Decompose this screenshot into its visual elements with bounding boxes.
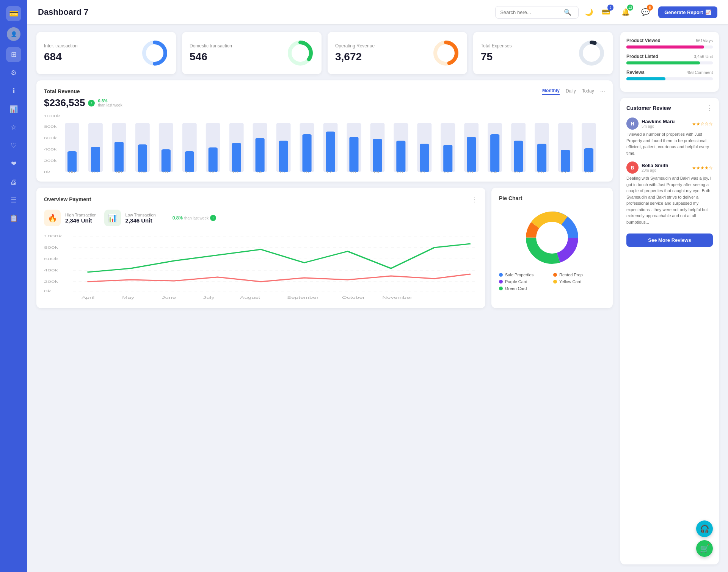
svg-text:11: 11: [185, 170, 191, 174]
high-transaction-stat: 🔥 High Transaction 2,346 Unit: [44, 210, 97, 226]
svg-text:1000k: 1000k: [44, 234, 62, 238]
reviewer-avatar-1: B: [626, 161, 639, 174]
svg-text:12: 12: [209, 170, 215, 174]
payment-more-icon[interactable]: ⋮: [471, 195, 478, 204]
legend-purple-card: Purple Card: [499, 279, 551, 284]
stat-value-1: 546: [190, 51, 232, 63]
tab-monthly[interactable]: Monthly: [542, 88, 560, 95]
sidebar-item-dashboard[interactable]: ⊞: [6, 47, 21, 62]
revenue-value: $236,535: [44, 97, 85, 109]
theme-toggle[interactable]: 🌙: [585, 8, 593, 16]
bell-icon-btn[interactable]: 🔔 12: [619, 5, 632, 19]
metric-value-0: 561/days: [696, 38, 713, 43]
svg-text:600k: 600k: [44, 136, 57, 140]
svg-text:November: November: [382, 296, 413, 299]
svg-rect-29: [232, 143, 241, 172]
review-item-1: B Bella Smith 20m ago ★★★★☆ Dealing with…: [626, 161, 713, 225]
see-more-reviews-button[interactable]: See More Reviews: [626, 234, 713, 247]
content-right: Product Viewed 561/days Product Listed 3…: [620, 32, 719, 564]
support-float-button[interactable]: 🎧: [696, 520, 713, 537]
low-transaction-label: Low Transaction: [126, 213, 156, 217]
pie-title: Pie Chart: [499, 195, 522, 201]
revenue-more-icon[interactable]: ···: [600, 88, 605, 95]
svg-text:25: 25: [514, 170, 520, 174]
sidebar-item-doc[interactable]: 📋: [6, 211, 21, 226]
svg-rect-23: [162, 149, 171, 172]
svg-text:14: 14: [256, 170, 262, 174]
sidebar-item-chart[interactable]: 📊: [6, 102, 21, 117]
bottom-row: Overview Payment ⋮ 🔥 High Transaction 2,…: [36, 188, 613, 308]
header: Dashboard 7 🔍 🌙 💳 2 🔔 12 💬 5 Generate Re…: [27, 0, 728, 24]
sidebar-item-star[interactable]: ☆: [6, 120, 21, 135]
metric-product-viewed: Product Viewed 561/days: [626, 38, 713, 49]
tab-daily[interactable]: Daily: [566, 88, 576, 94]
wallet-badge: 2: [607, 5, 613, 11]
stat-value-0: 684: [44, 51, 78, 63]
high-transaction-value: 2,346 Unit: [65, 217, 97, 224]
header-icons: 🌙 💳 2 🔔 12 💬 5 Generate Report 📈: [585, 5, 717, 19]
svg-text:07: 07: [92, 170, 99, 174]
svg-text:September: September: [287, 296, 319, 299]
svg-rect-35: [302, 134, 311, 172]
sidebar-item-heart[interactable]: ♡: [6, 138, 21, 153]
sidebar-item-list[interactable]: ☰: [6, 193, 21, 208]
svg-text:23: 23: [467, 170, 473, 174]
svg-rect-39: [349, 137, 358, 172]
svg-text:October: October: [342, 296, 366, 299]
chat-icon-btn[interactable]: 💬 5: [639, 5, 652, 19]
svg-rect-59: [584, 148, 593, 172]
sidebar-item-settings[interactable]: ⚙: [6, 65, 21, 80]
svg-text:400k: 400k: [44, 147, 57, 151]
revenue-panel: Total Revenue Monthly Daily Today ··· $2…: [36, 80, 613, 182]
trend-up-icon: ↑: [210, 215, 216, 221]
sidebar-item-favorite[interactable]: ❤: [6, 156, 21, 171]
svg-text:09: 09: [139, 170, 146, 174]
reviewer-stars-0: ★★☆☆☆: [692, 121, 713, 127]
reviews-more-icon[interactable]: ⋮: [706, 104, 713, 112]
reviewer-name-0: Hawkins Maru: [642, 119, 675, 124]
svg-rect-31: [256, 138, 265, 172]
pie-panel: Pie Chart: [491, 188, 613, 308]
donut-chart-0: [141, 39, 168, 67]
cart-float-button[interactable]: 🛒: [696, 540, 713, 557]
low-transaction-value: 2,346 Unit: [126, 217, 156, 224]
search-box[interactable]: 🔍: [495, 6, 579, 19]
wallet-icon-btn[interactable]: 💳 2: [599, 5, 613, 19]
metrics-panel: Product Viewed 561/days Product Listed 3…: [620, 32, 719, 92]
svg-text:26: 26: [537, 170, 544, 174]
tab-today[interactable]: Today: [582, 88, 594, 94]
svg-rect-27: [209, 147, 218, 172]
svg-text:08: 08: [116, 170, 122, 174]
svg-text:800k: 800k: [44, 246, 58, 249]
svg-rect-19: [115, 142, 124, 172]
content-left: Inter. transaction 684 Domestic transact…: [36, 32, 613, 564]
reviewer-text-1: Dealing with Syamsudin and Bakri was a j…: [626, 175, 713, 225]
trend-sub: than last week: [184, 216, 209, 220]
metric-label-2: Reviews: [626, 70, 645, 75]
payment-title: Overview Payment: [44, 196, 91, 202]
metric-product-listed: Product Listed 3,456 Unit: [626, 54, 713, 64]
generate-report-label: Generate Report: [664, 9, 703, 15]
sidebar-item-print[interactable]: 🖨: [6, 174, 21, 190]
metric-value-1: 3,456 Unit: [694, 54, 713, 59]
svg-text:24: 24: [490, 170, 497, 174]
metric-bar-2: [626, 77, 713, 80]
low-transaction-stat: 📊 Low Transaction 2,346 Unit: [104, 210, 156, 226]
svg-rect-33: [279, 141, 288, 172]
search-input[interactable]: [500, 9, 561, 15]
stat-value-2: 3,672: [335, 51, 375, 63]
generate-report-button[interactable]: Generate Report 📈: [658, 6, 717, 18]
user-avatar[interactable]: 👤: [7, 27, 20, 41]
bar-chart-icon: 📈: [705, 9, 711, 15]
page-title: Dashboard 7: [38, 7, 489, 17]
svg-text:June: June: [162, 296, 176, 299]
revenue-title: Total Revenue: [44, 88, 80, 94]
metric-bar-0: [626, 45, 713, 49]
svg-rect-55: [537, 144, 546, 172]
trend-pct: 0.8%: [173, 215, 183, 221]
line-chart-area: 0k 200k 400k 600k 800k 1000k April: [44, 232, 478, 301]
legend-yellow-card: Yellow Card: [553, 279, 605, 284]
reviewer-text-0: I viewed a number of properties with Jus…: [626, 131, 713, 156]
sidebar-item-info[interactable]: ℹ: [6, 83, 21, 99]
svg-text:15: 15: [279, 170, 286, 174]
